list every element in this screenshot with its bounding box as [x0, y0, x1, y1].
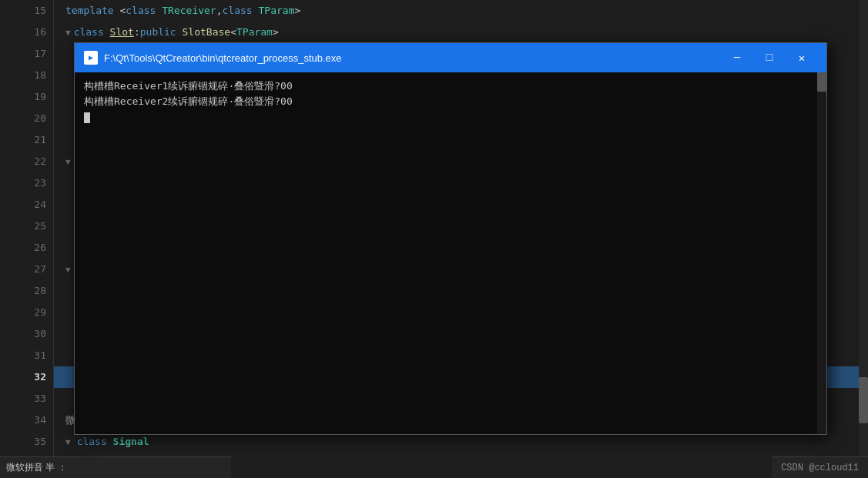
popup-window: ▶ F:\Qt\Tools\QtCreator\bin\qtcreator_pr…: [74, 42, 827, 435]
line-num-27: 27: [0, 259, 54, 280]
code-line-15: template <class TReceiver,class TParam>: [54, 0, 868, 22]
ime-text: 微软拼音 半 ：: [6, 461, 67, 474]
line-num-20: 20: [0, 108, 54, 129]
line-num-23: 23: [0, 172, 54, 194]
line-num-22: 22: [0, 151, 54, 172]
csdn-watermark: CSDN @ccloud11: [772, 456, 868, 478]
popup-controls: ─ □ ✕: [722, 43, 817, 72]
output-line-1: 构槽槽Receiver1续诉腑锢规碎·叠俗暨滑?00: [84, 79, 817, 94]
line-num-26: 26: [0, 237, 54, 259]
line-num-29: 29: [0, 302, 54, 323]
close-button[interactable]: ✕: [786, 43, 817, 72]
line-num-16: 16: [0, 22, 54, 43]
scrollbar-thumb[interactable]: [859, 377, 868, 423]
popup-title: F:\Qt\Tools\QtCreator\bin\qtcreator_proc…: [104, 52, 722, 64]
line-num-30: 30: [0, 323, 54, 345]
output-cursor-line: [84, 109, 817, 125]
minimize-button[interactable]: ─: [722, 43, 752, 72]
popup-scrollbar-thumb[interactable]: [817, 72, 826, 92]
popup-titlebar: ▶ F:\Qt\Tools\QtCreator\bin\qtcreator_pr…: [75, 43, 826, 72]
popup-content: 构槽槽Receiver1续诉腑锢规碎·叠俗暨滑?00 构槽槽Receiver2续…: [75, 72, 826, 434]
line-num-17: 17: [0, 43, 54, 65]
maximize-button[interactable]: □: [754, 43, 785, 72]
line-num-21: 21: [0, 129, 54, 151]
line-num-19: 19: [0, 86, 54, 108]
output-line-2: 构槽槽Receiver2续诉腑锢规碎·叠俗暨滑?00: [84, 94, 817, 109]
line-num-25: 25: [0, 216, 54, 237]
line-num-28: 28: [0, 280, 54, 302]
line-num-35: 35: [0, 431, 54, 453]
ime-bar: 微软拼音 半 ：: [0, 456, 231, 478]
code-line-16: ▼class Slot:public SlotBase<TParam>: [54, 22, 868, 43]
editor-scrollbar[interactable]: [859, 0, 868, 478]
line-num-18: 18: [0, 65, 54, 86]
line-num-31: 31: [0, 345, 54, 366]
line-num-24: 24: [0, 194, 54, 216]
line-num-33: 33: [0, 388, 54, 409]
popup-scrollbar[interactable]: [817, 72, 826, 434]
line-num-32: 32: [0, 366, 54, 388]
popup-app-icon: ▶: [84, 51, 98, 65]
line-num-15: 15: [0, 0, 54, 22]
line-num-34: 34: [0, 409, 54, 431]
cursor-block: [84, 112, 90, 123]
line-number-gutter: 15 16 17 18 19 20 21 22 23 24 25 26 27 2…: [0, 0, 54, 478]
